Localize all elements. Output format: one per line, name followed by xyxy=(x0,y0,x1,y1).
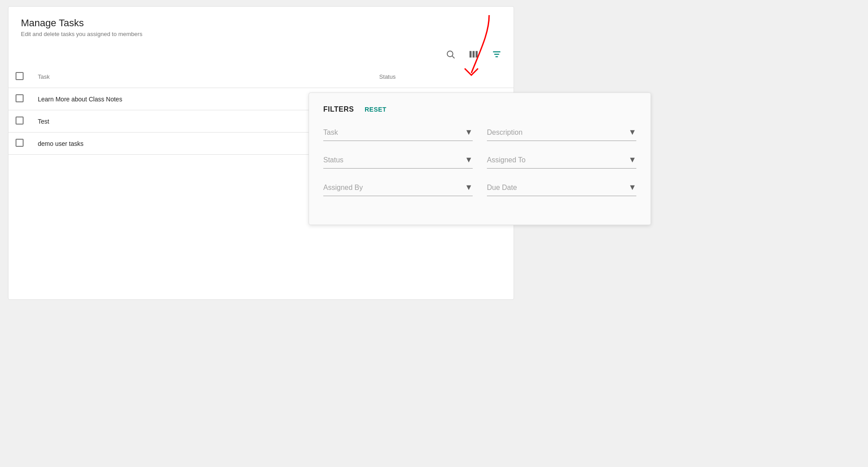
page-subtitle: Edit and delete tasks you assigned to me… xyxy=(21,31,501,37)
chevron-down-icon: ▼ xyxy=(465,183,473,192)
filter-dropdown-assigned-to[interactable]: Assigned To ▼ xyxy=(487,155,636,169)
filter-dropdown-due-date[interactable]: Due Date ▼ xyxy=(487,183,636,196)
table-header-status: Status xyxy=(372,66,514,88)
filter-dropdown-assigned-by[interactable]: Assigned By ▼ xyxy=(323,183,473,196)
filter-assigned-to-label: Assigned To xyxy=(487,156,526,164)
toolbar xyxy=(8,43,514,66)
filter-row-3: Assigned By ▼ Due Date ▼ xyxy=(323,183,636,196)
filter-panel: FILTERS RESET Task ▼ Description ▼ Statu… xyxy=(309,93,651,225)
chevron-down-icon: ▼ xyxy=(465,155,473,165)
table-header-task: Task xyxy=(31,66,372,88)
search-icon[interactable] xyxy=(442,46,458,62)
header-checkbox[interactable] xyxy=(16,72,24,80)
row-checkbox[interactable] xyxy=(16,139,24,147)
row-checkbox-cell xyxy=(8,110,31,133)
row-checkbox-cell xyxy=(8,133,31,155)
chevron-down-icon: ▼ xyxy=(628,128,636,137)
filter-icon[interactable] xyxy=(489,46,505,62)
chevron-down-icon: ▼ xyxy=(628,155,636,165)
reset-button[interactable]: RESET xyxy=(365,106,386,113)
filter-title: FILTERS xyxy=(323,105,354,113)
table-header-checkbox xyxy=(8,66,31,88)
filter-dropdown-status[interactable]: Status ▼ xyxy=(323,155,473,169)
page-title: Manage Tasks xyxy=(21,17,501,29)
filter-task-label: Task xyxy=(323,129,338,137)
svg-rect-4 xyxy=(476,51,478,58)
card-header: Manage Tasks Edit and delete tasks you a… xyxy=(8,7,514,43)
chevron-down-icon: ▼ xyxy=(465,128,473,137)
filter-row-1: Task ▼ Description ▼ xyxy=(323,128,636,141)
filter-dropdown-description[interactable]: Description ▼ xyxy=(487,128,636,141)
filter-header: FILTERS RESET xyxy=(323,105,636,113)
columns-icon[interactable] xyxy=(466,46,482,62)
svg-line-1 xyxy=(452,56,454,58)
svg-point-0 xyxy=(447,51,453,57)
filter-dropdown-task[interactable]: Task ▼ xyxy=(323,128,473,141)
filter-description-label: Description xyxy=(487,129,522,137)
filter-row-2: Status ▼ Assigned To ▼ xyxy=(323,155,636,169)
chevron-down-icon: ▼ xyxy=(628,183,636,192)
filter-due-date-label: Due Date xyxy=(487,184,517,192)
row-checkbox[interactable] xyxy=(16,117,24,125)
row-checkbox-cell xyxy=(8,88,31,110)
row-checkbox[interactable] xyxy=(16,94,24,102)
svg-rect-2 xyxy=(470,51,472,58)
svg-rect-3 xyxy=(473,51,475,58)
filter-status-label: Status xyxy=(323,156,343,164)
filter-assigned-by-label: Assigned By xyxy=(323,184,363,192)
